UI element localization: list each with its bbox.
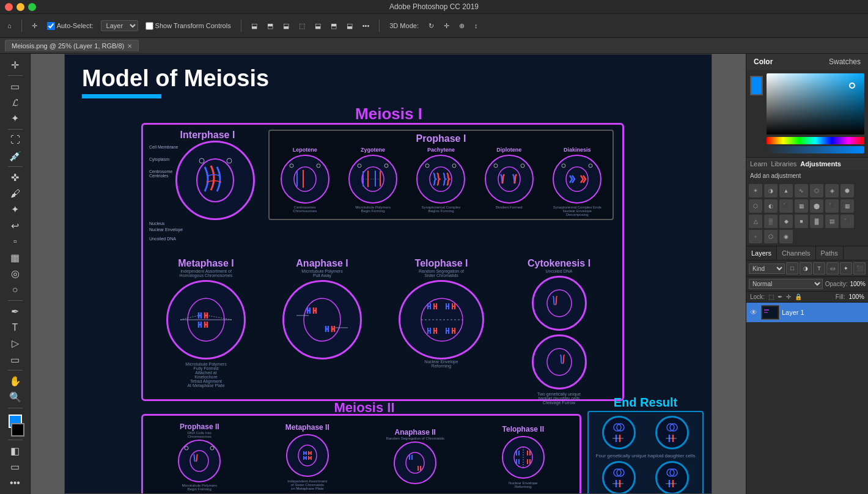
color-lookup-icon[interactable]: ⬤	[810, 199, 823, 213]
home-button[interactable]: ⌂	[5, 21, 14, 31]
photo-filter-icon[interactable]: ⬛	[779, 199, 793, 213]
layer-row[interactable]: 👁 Layer 1	[746, 303, 868, 322]
brush-tool[interactable]: 🖌	[7, 186, 24, 201]
bw-icon[interactable]: ◐	[764, 199, 778, 213]
align-bottom[interactable]: ⬓	[344, 21, 355, 31]
lock-position-icon[interactable]: ✒	[778, 293, 782, 300]
solid-color-icon[interactable]: ■	[795, 215, 808, 228]
layer-filter-adj[interactable]: ◑	[800, 262, 812, 275]
auto-select-checkbox[interactable]	[47, 22, 55, 30]
align-middle-v[interactable]: ⬒	[328, 21, 339, 31]
misc-icon4[interactable]: ◉	[779, 230, 793, 243]
lock-artboard-icon[interactable]: ✛	[786, 293, 791, 300]
layer-select[interactable]: Layer Group	[101, 20, 138, 31]
canvas-area[interactable]: Model of Meiosis Meiosis I Interphase I …	[31, 54, 746, 494]
color-tab[interactable]: Color	[751, 56, 775, 67]
invert-icon[interactable]: ⬛	[825, 199, 839, 213]
transform-checkbox[interactable]	[145, 22, 153, 30]
close-button[interactable]	[5, 3, 13, 11]
vibrance-icon[interactable]: ◈	[825, 184, 839, 197]
align-right[interactable]: ⬓	[281, 21, 292, 31]
levels-icon[interactable]: ▲	[779, 184, 793, 197]
text-tool[interactable]: T	[7, 320, 24, 334]
extra-tools[interactable]: •••	[7, 476, 24, 490]
exposure-icon[interactable]: ⬡	[810, 184, 823, 197]
document-tab[interactable]: Meiosis.png @ 25% (Layer 1, RGB/8) ✕	[5, 40, 139, 51]
blend-mode-select[interactable]: Normal Multiply Screen Overlay	[749, 279, 823, 289]
libraries-tab[interactable]: Libraries	[771, 160, 796, 168]
layer-filter-text[interactable]: T	[813, 262, 825, 275]
misc-icon3[interactable]: ⬡	[764, 230, 778, 243]
misc-icon1[interactable]: ⬛	[840, 215, 854, 228]
channel-mixer-icon[interactable]: ▦	[795, 199, 808, 213]
screen-mode[interactable]: ▭	[7, 460, 24, 474]
align-top[interactable]: ⬓	[312, 21, 323, 31]
lock-pixels-icon[interactable]: ⬚	[768, 293, 774, 300]
shape-tool[interactable]: ▭	[7, 352, 24, 367]
stamp-tool[interactable]: ✦	[7, 202, 24, 217]
posterize-icon[interactable]: ▦	[840, 199, 854, 213]
maximize-button[interactable]	[28, 3, 36, 11]
current-color-swatch[interactable]	[750, 76, 763, 95]
transform-controls[interactable]: Show Transform Controls	[143, 21, 234, 31]
3d-rotate[interactable]: ↻	[426, 21, 436, 31]
tab-close-button[interactable]: ✕	[127, 43, 132, 50]
crop-tool[interactable]: ⛶	[7, 133, 24, 147]
gradient-tool[interactable]: ▦	[7, 251, 24, 265]
meiosis1-box: Interphase I Cell Membrane Cytoplasm Cen…	[141, 123, 624, 401]
metaphase2-note: Independent Assortmentof Sister Chromati…	[256, 479, 359, 490]
minimize-button[interactable]	[17, 3, 24, 11]
move-tool-btn[interactable]: ✛	[7, 57, 24, 72]
threshold-icon[interactable]: △	[749, 215, 762, 228]
blur-tool[interactable]: ◎	[7, 267, 24, 281]
swatches-tab[interactable]: Swatches	[826, 56, 863, 67]
pen-tool[interactable]: ✒	[7, 304, 24, 319]
hand-tool[interactable]: ✋	[7, 374, 24, 388]
learn-tab[interactable]: Learn	[750, 160, 767, 168]
marquee-tool[interactable]: ▭	[7, 79, 24, 94]
dodge-tool[interactable]: ○	[7, 282, 24, 297]
history-brush[interactable]: ↩	[7, 218, 24, 233]
adjustments-tab[interactable]: Adjustments	[800, 160, 841, 168]
path-tool[interactable]: ▷	[7, 336, 24, 351]
curves-icon[interactable]: ∿	[795, 184, 808, 197]
zoom-tool[interactable]: 🔍	[7, 389, 24, 404]
brightness-icon[interactable]: ☀	[749, 184, 762, 197]
lock-all-icon[interactable]: 🔒	[795, 293, 802, 300]
heal-tool[interactable]: ✜	[7, 170, 24, 185]
paths-tab[interactable]: Paths	[816, 246, 844, 260]
gradient-fill-icon[interactable]: ▓	[810, 215, 823, 228]
color-spectrum[interactable]	[767, 73, 864, 135]
layer-filter-smart[interactable]: ✦	[840, 262, 852, 275]
gradient-map-icon[interactable]: ▒	[764, 215, 778, 228]
eraser-tool[interactable]: ▫	[7, 234, 24, 249]
more-options[interactable]: •••	[360, 21, 372, 31]
align-left[interactable]: ⬓	[249, 21, 260, 31]
3d-move[interactable]: ↕	[472, 21, 480, 31]
kind-select[interactable]: Kind	[749, 264, 785, 274]
layer-visibility-icon[interactable]: 👁	[749, 308, 759, 317]
color-balance-icon[interactable]: ⬡	[749, 199, 762, 213]
move-tool[interactable]: ✛	[29, 21, 40, 31]
channels-tab[interactable]: Channels	[777, 246, 815, 260]
layer-filter-shape[interactable]: ▭	[826, 262, 839, 275]
pattern-fill-icon[interactable]: ▤	[825, 215, 839, 228]
lasso-tool[interactable]: 𝓛	[7, 95, 24, 109]
hue-sat-icon[interactable]: ⬢	[840, 184, 854, 197]
3d-pan[interactable]: ✛	[441, 21, 452, 31]
quick-select-tool[interactable]: ✦	[7, 111, 24, 126]
background-color[interactable]	[11, 423, 24, 437]
layer-filter-pixel[interactable]: □	[786, 262, 798, 275]
distribute[interactable]: ⬚	[296, 21, 307, 31]
select-color-icon[interactable]: ◆	[779, 215, 793, 228]
misc-icon2[interactable]: ▫	[749, 230, 762, 243]
quick-mask[interactable]: ◧	[7, 443, 24, 458]
layer-filter-toggle[interactable]: ⬛	[853, 262, 866, 275]
align-center-h[interactable]: ⬒	[265, 21, 276, 31]
alpha-bar[interactable]	[767, 146, 864, 153]
eyedropper-tool[interactable]: 💉	[7, 149, 24, 163]
contrast-icon[interactable]: ◑	[764, 184, 778, 197]
layers-tab[interactable]: Layers	[746, 246, 777, 260]
3d-zoom[interactable]: ⊕	[457, 21, 467, 31]
hue-bar[interactable]	[767, 137, 864, 144]
